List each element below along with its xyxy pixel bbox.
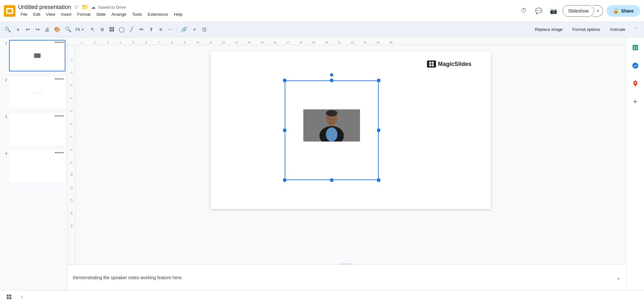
image-button[interactable]: 🖼 bbox=[107, 24, 116, 35]
svg-point-6 bbox=[329, 119, 331, 120]
menu-extensions[interactable]: Extensions bbox=[145, 11, 171, 18]
slide-mini-3: MagicSlides bbox=[10, 114, 65, 144]
slide-thumb-3[interactable]: 3 MagicSlides bbox=[0, 111, 67, 148]
slideshow-dropdown-button[interactable]: ▾ bbox=[593, 5, 603, 17]
slide-mini-4: MagicSlides bbox=[10, 151, 65, 181]
redo-button[interactable]: ↪ bbox=[33, 24, 42, 35]
menu-format[interactable]: Format bbox=[75, 11, 93, 18]
menu-view[interactable]: View bbox=[43, 11, 58, 18]
menu-insert[interactable]: Insert bbox=[58, 11, 74, 18]
comments-button[interactable]: 💬 bbox=[533, 5, 545, 17]
add-addon-button[interactable]: + bbox=[629, 95, 642, 108]
menu-help[interactable]: Help bbox=[171, 11, 185, 18]
notes-resize-handle[interactable] bbox=[340, 263, 353, 265]
tasks-addon-button[interactable] bbox=[629, 59, 642, 72]
slide-num-4: 4 bbox=[2, 152, 7, 155]
format-options-button[interactable]: Format options bbox=[569, 24, 604, 35]
maps-addon-button[interactable] bbox=[629, 77, 642, 90]
menu-file[interactable]: File bbox=[18, 11, 30, 18]
replace-image-button[interactable]: Replace image bbox=[531, 24, 567, 35]
handle-top-center[interactable] bbox=[330, 79, 333, 82]
person-silhouette bbox=[303, 109, 360, 142]
shapes-button[interactable]: ◯ bbox=[117, 24, 127, 35]
share-button[interactable]: 🔒 Share bbox=[606, 5, 640, 17]
notes-expand-button[interactable]: ⌄ bbox=[616, 274, 621, 281]
star-icon[interactable]: ☆ bbox=[74, 4, 79, 11]
ms-icon-dot bbox=[429, 64, 431, 66]
handle-right-center[interactable] bbox=[377, 129, 380, 132]
zoom-value-label[interactable]: Fit bbox=[74, 24, 81, 35]
canvas-scroll[interactable]: 1 2 3 4 5 6 7 8 9 10 11 12 13 14 bbox=[68, 45, 626, 264]
undo-button[interactable]: ↩ bbox=[23, 24, 32, 35]
main-area: 1 MagicSlides 2 MagicSlides 3 bbox=[0, 37, 644, 290]
ruler-mark: 4 bbox=[114, 41, 127, 45]
comment-button[interactable]: + bbox=[190, 24, 199, 35]
svg-rect-8 bbox=[632, 45, 638, 50]
handle-top-right[interactable] bbox=[377, 79, 380, 82]
toolbar: 🔍 + ↩ ↪ 🖨 🎨 🔍 Fit ▾ ↖ ⊞ 🖼 ◯ ╱ ✏ T ≡ ⋯ 🔗 … bbox=[0, 22, 644, 37]
ruler-vertical: 1 2 3 4 5 6 7 8 9 10 11 12 13 14 bbox=[68, 45, 75, 264]
slideshow-button[interactable]: Slideshow bbox=[563, 5, 594, 17]
selected-image-container[interactable] bbox=[285, 80, 379, 180]
separator-1 bbox=[86, 26, 86, 33]
slide-canvas[interactable]: MagicSlides bbox=[211, 51, 491, 209]
handle-left-center[interactable] bbox=[283, 129, 286, 132]
mini-logo-2: MagicSlides bbox=[55, 78, 64, 80]
zoom-in-button[interactable]: + bbox=[14, 24, 23, 35]
slide-thumb-1[interactable]: 1 MagicSlides bbox=[0, 37, 67, 74]
text-button[interactable]: T bbox=[147, 24, 156, 35]
paint-format-button[interactable]: 🎨 bbox=[52, 24, 62, 35]
ruler-mark: 14 bbox=[243, 41, 256, 45]
slide-preview-2[interactable]: MagicSlides bbox=[9, 77, 65, 108]
animate-button[interactable]: Animate bbox=[606, 24, 629, 35]
slide-preview-4[interactable]: MagicSlides bbox=[9, 150, 65, 182]
svg-rect-20 bbox=[9, 297, 11, 299]
slide-thumb-2[interactable]: 2 MagicSlides bbox=[0, 74, 67, 111]
svg-rect-12 bbox=[635, 48, 637, 48]
history-icon[interactable]: 📁 bbox=[81, 4, 89, 11]
menu-tools[interactable]: Tools bbox=[129, 11, 144, 18]
line-button[interactable]: ╱ bbox=[127, 24, 136, 35]
menu-slide[interactable]: Slide bbox=[94, 11, 108, 18]
handle-bottom-right[interactable] bbox=[377, 179, 380, 182]
link-button[interactable]: 🔗 bbox=[179, 24, 189, 35]
sheets-addon-button[interactable] bbox=[629, 41, 642, 54]
history-button[interactable]: ⏱ bbox=[518, 5, 530, 17]
search-button[interactable]: 🔍 bbox=[3, 24, 13, 35]
ruler-v-mark: 1 bbox=[70, 48, 73, 60]
slideshow-group: Slideshow ▾ bbox=[563, 5, 603, 17]
ms-icon-row bbox=[429, 64, 434, 66]
align-button[interactable]: ≡ bbox=[156, 24, 165, 35]
ruler-v-mark: 9 bbox=[70, 151, 73, 163]
menu-arrange[interactable]: Arrange bbox=[109, 11, 129, 18]
handle-top-left[interactable] bbox=[283, 79, 286, 82]
grid-view-button[interactable] bbox=[4, 292, 14, 302]
meet-button[interactable]: 📷 bbox=[548, 5, 559, 17]
zoom-button[interactable]: 🔍 bbox=[63, 24, 73, 35]
toolbar-right: Replace image Format options Animate ⌃ bbox=[531, 24, 641, 35]
mini-image-1 bbox=[34, 53, 41, 58]
pen-button[interactable]: ✏ bbox=[137, 24, 146, 35]
crop-button[interactable]: ⊡ bbox=[200, 24, 209, 35]
select-button[interactable]: ↖ bbox=[88, 24, 97, 35]
slide-preview-3[interactable]: MagicSlides bbox=[9, 114, 65, 145]
ms-icon-dot bbox=[432, 64, 434, 66]
toolbar-collapse-button[interactable]: ⌃ bbox=[631, 24, 641, 35]
right-sidebar: + bbox=[626, 37, 644, 290]
handle-bottom-left[interactable] bbox=[283, 179, 286, 182]
handle-bottom-center[interactable] bbox=[330, 179, 333, 182]
zoom-dropdown-icon[interactable]: ▾ bbox=[82, 27, 84, 32]
collapse-panel-button[interactable]: ‹ bbox=[17, 292, 27, 302]
select-group-button[interactable]: ⊞ bbox=[98, 24, 107, 35]
maps-icon bbox=[632, 80, 639, 87]
print-button[interactable]: 🖨 bbox=[43, 24, 52, 35]
slide-preview-1[interactable]: MagicSlides bbox=[9, 40, 65, 71]
doc-title[interactable]: Untitled presentation bbox=[18, 4, 71, 11]
slide-thumb-4[interactable]: 4 MagicSlides bbox=[0, 148, 67, 184]
notes-text[interactable]: Demonstrating the speaker notes working … bbox=[73, 275, 183, 280]
menu-edit[interactable]: Edit bbox=[31, 11, 43, 18]
more-button[interactable]: ⋯ bbox=[166, 24, 175, 35]
rotate-handle[interactable] bbox=[330, 73, 333, 77]
ms-icon-row bbox=[429, 62, 434, 64]
person-svg bbox=[303, 109, 360, 142]
